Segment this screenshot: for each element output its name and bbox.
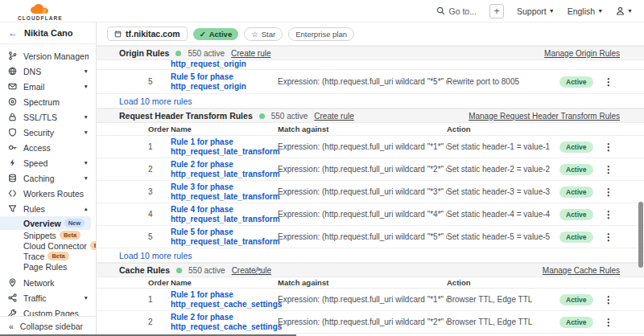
sidebar-item-rules-overview[interactable]: Overview New [0,216,91,230]
manage-origin-rules-link[interactable]: Manage Origin Rules [544,49,620,58]
database-icon [8,174,17,182]
sidebar-item-rules-snippets[interactable]: Snippets Beta [0,230,96,240]
support-label: Support [517,6,547,16]
sidebar-item-ssl-tls[interactable]: SSL/TLS ▼ [0,109,96,125]
table-row[interactable]: 2 Rule 2 for phasehttp_request_cache_set… [97,311,644,334]
account-header: ← Nikita Cano [0,23,96,44]
kebab-menu-icon[interactable]: ⋮ [597,186,621,198]
kebab-menu-icon[interactable]: ⋮ [597,317,621,328]
status-badge: Active [559,295,597,304]
rule-name-link[interactable]: Rule 5 for phasehttp_request_late_transf… [171,227,280,246]
manage-cache-rules-link[interactable]: Manage Cache Rules [543,266,620,275]
vertical-scrollbar[interactable] [638,46,643,336]
table-row[interactable]: 5 Rule 5 for phasehttp_request_origin Ex… [97,70,644,94]
rule-order: 4 [148,210,171,219]
rule-name-link[interactable]: Rule 5 for phasehttp_request_origin [171,72,246,91]
scrollbar-thumb[interactable] [638,202,643,268]
create-rule-link[interactable]: Create rule [232,266,271,275]
support-menu[interactable]: Support ▼ [517,6,555,16]
sidebar-item-version-management[interactable]: Version Management [0,48,96,64]
rule-name-link[interactable]: Rule 2 for phasehttp_request_late_transf… [171,160,280,178]
column-match: Match against [278,125,447,133]
rules-overview-content: Origin Rules 550 active Create rule Mana… [97,45,644,336]
rule-name-link[interactable]: Rule 4 for phasehttp_request_late_transf… [171,205,280,223]
star-icon: ☆ [251,30,258,39]
load-more-row: Load 10 more rules [97,94,644,109]
rule-name-link[interactable]: Rule 3 for phasehttp_request_late_transf… [171,182,280,201]
rule-action: Browser TTL, Edge TTL [447,295,559,304]
sidebar-item-traffic[interactable]: Traffic ▼ [0,290,96,305]
pin-icon [8,278,17,287]
active-count: 550 active [188,266,225,275]
sidebar-item-security[interactable]: Security ▼ [0,125,96,140]
chevron-down-icon: ▼ [84,129,89,135]
rule-name-link[interactable]: Rule 1 for phasehttp_request_late_transf… [171,137,280,156]
sidebar-item-rules-cloud-connector[interactable]: Cloud Connector Beta [0,240,96,251]
kebab-menu-icon[interactable]: ⋮ [597,164,621,175]
rule-order: 2 [148,165,171,174]
sidebar-item-email[interactable]: Email ▼ [0,79,96,94]
rule-match: Expression: (http.request.full_uri wildc… [278,142,447,151]
rule-order: 3 [148,187,171,196]
kebab-menu-icon[interactable]: ⋮ [597,76,621,88]
goto-search[interactable]: Go to... [436,6,477,16]
add-button[interactable]: + [489,4,504,18]
table-row[interactable]: 4 Rule 4 for phasehttp_request_late_tran… [97,203,644,226]
funnel-icon [8,204,17,213]
sidebar-item-spectrum[interactable]: Spectrum [0,94,96,109]
kebab-menu-icon[interactable]: ⋮ [597,209,621,220]
table-row[interactable]: 2 Rule 2 for phasehttp_request_late_tran… [97,158,644,181]
create-rule-link[interactable]: Create rule [314,112,353,121]
sidebar-item-network[interactable]: Network [0,275,96,290]
manage-transform-rules-link[interactable]: Manage Request Header Transform Rules [469,112,620,121]
sidebar-item-rules[interactable]: Rules ▲ [0,201,96,216]
table-row[interactable]: 1 Rule 1 for phasehttp_request_late_tran… [97,136,644,158]
rule-name-link[interactable]: Rule 2 for phasehttp_request_cache_setti… [171,313,282,331]
domain-selector[interactable]: tf.nikitac.com [107,27,188,41]
sidebar-item-speed[interactable]: Speed ▼ [0,155,96,170]
cloudflare-logo[interactable]: CLOUDFLARE [18,4,63,22]
create-rule-link[interactable]: Create rule [231,49,270,58]
sidebar-item-dns[interactable]: DNS ▼ [0,64,96,79]
chevron-down-icon: ▼ [84,84,89,89]
transform-rules-header: Request Header Transform Rules 550 activ… [97,109,644,123]
rule-name-link[interactable]: http_request_origin [171,60,644,69]
cache-rules-header: Cache Rules 550 active Create rule Manag… [97,263,644,277]
rule-order: 1 [148,295,171,304]
language-menu[interactable]: English ▼ [568,6,603,16]
sidebar-item-rules-trace[interactable]: Trace Beta [0,251,96,261]
collapse-sidebar-button[interactable]: « Collapse sidebar [0,316,96,336]
table-row-clipped[interactable]: http_request_origin [97,60,644,70]
mouse-cursor [254,265,264,280]
account-name: Nikita Cano [24,28,73,38]
load-more-link[interactable]: Load 10 more rules [119,96,192,106]
kebab-menu-icon[interactable]: ⋮ [597,141,621,153]
user-menu[interactable]: ▼ [616,6,633,15]
check-icon: ✓ [200,30,206,39]
back-arrow-icon[interactable]: ← [8,27,18,39]
sidebar-item-caching[interactable]: Caching ▼ [0,170,96,186]
active-dot-icon [175,51,181,56]
sidebar-item-access[interactable]: Access [0,140,96,155]
sidebar-item-workers-routes[interactable]: Workers Routes [0,186,96,201]
table-row[interactable]: 5 Rule 5 for phasehttp_request_late_tran… [97,226,644,248]
column-action: Action [447,125,559,133]
column-name: Name [171,125,278,133]
kebab-menu-icon[interactable]: ⋮ [597,232,621,243]
rule-match: Expression: (http.request.full_uri wildc… [278,318,447,326]
chevron-down-icon: ▼ [597,8,603,14]
rule-match: Expression: (http.request.full_uri wildc… [278,77,447,86]
star-button[interactable]: ☆ Star [244,27,283,41]
rule-name-link[interactable]: Rule 1 for phasehttp_request_cache_setti… [171,290,282,309]
sidebar-item-custom-pages[interactable]: Custom Pages [0,305,96,316]
wrench-icon [8,309,17,316]
language-label: English [568,6,595,16]
sidebar-item-rules-page-rules[interactable]: Page Rules [0,261,96,272]
chevron-down-icon: ▼ [549,8,555,14]
table-row[interactable]: 1 Rule 1 for phasehttp_request_cache_set… [97,289,644,311]
table-row[interactable]: 3 Rule 3 for phasehttp_request_late_tran… [97,181,644,203]
section-title: Cache Rules [119,265,170,275]
kebab-menu-icon[interactable]: ⋮ [597,294,621,305]
rule-order: 5 [148,77,171,86]
load-more-link[interactable]: Load 10 more rules [119,251,192,260]
